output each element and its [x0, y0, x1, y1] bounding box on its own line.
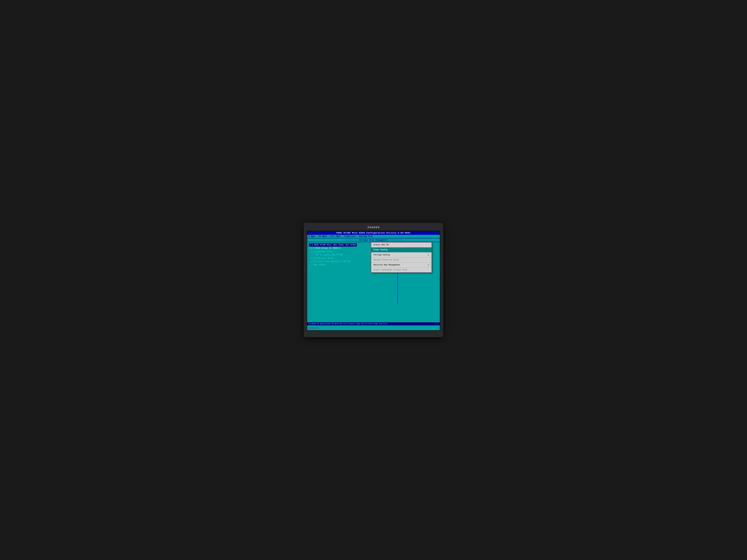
tree-vd-id: └─ ID: 0, story, 557.75 GB — [309, 253, 372, 257]
tree-panel: [-] PERC H710P Mini (Bus 0x03, Dev 0x00)… — [307, 242, 374, 330]
tree-hot-spares-label[interactable]: └─ Hot spares — [310, 264, 326, 266]
tree-physical-disks-label[interactable]: ├-[+] Physical Disks — [310, 257, 334, 260]
menu-item-ctrl-mgmt[interactable]: Ctrl Mgmt — [330, 235, 341, 238]
menu-item-pd-mgmt[interactable]: PD Mgmt — [319, 235, 327, 238]
monitor-brand: lenovo — [307, 226, 440, 229]
tree-disk-group: └-[-] Disk Group: 0, RAID 0 — [309, 247, 372, 250]
menu-bar: D Mgmt PD Mgmt Ctrl Mgmt Properties Fore… — [307, 235, 440, 238]
status-bar: F1-Help F2-Operations F5-Refresh Ctrl-N-… — [307, 322, 440, 325]
context-menu: Create New VD Clear Config Foreign Confi… — [371, 242, 432, 273]
menu-item-d-mgmt[interactable]: D Mgmt — [309, 235, 315, 238]
screen-inner: PERC H710P Mini BIOS Configuration Utili… — [307, 231, 440, 330]
security-key-arrow-icon: ▶ — [428, 264, 429, 266]
screen: PERC H710P Mini BIOS Configuration Utili… — [307, 231, 440, 331]
tree-virtual-disks: ├-[-] Virtual Disks — [309, 250, 372, 253]
menu-foreign-config-label: Foreign Config — [374, 254, 390, 256]
menu-security-key-management[interactable]: Security Key Management ▶ — [371, 263, 432, 268]
foreign-config-arrow-icon: ▶ — [428, 254, 429, 256]
menu-manage-preserved-cache[interactable]: Manage Preserved Cache — [371, 258, 432, 263]
tree-total-free-label[interactable]: ├-[+] Total Free Capacity: 0.00 GB — [310, 260, 350, 263]
menu-security-key-management-label: Security Key Management — [374, 264, 401, 266]
menu-manage-preserved-cache-label: Manage Preserved Cache — [374, 259, 399, 261]
tree-virtual-disks-label[interactable]: ├-[-] Virtual Disks — [310, 250, 333, 253]
tree-root-label[interactable]: [-] PERC H710P Mini (Bus 0x03, Dev 0x00) — [309, 243, 357, 247]
menu-create-new-vd-label: Create New VD — [374, 244, 389, 246]
menu-create-cachecade-label: Create CacheCade Virtual Disk — [374, 269, 407, 271]
monitor-outer: lenovo PERC H710P Mini BIOS Configuratio… — [304, 223, 443, 337]
menu-item-properties[interactable]: Properties — [344, 235, 356, 238]
tree-hot-spares: └─ Hot spares — [309, 263, 372, 266]
tree-physical-disks: ├-[+] Physical Disks — [309, 257, 372, 260]
menu-item-foreign-view[interactable]: Foreign View — [359, 235, 373, 238]
title-bar: PERC H710P Mini BIOS Configuration Utili… — [307, 231, 440, 235]
connector-line — [397, 271, 398, 304]
menu-clear-config-label: Clear Config — [374, 249, 387, 251]
thinkpad-label: ThinkVision — [309, 327, 318, 329]
menu-clear-config[interactable]: Clear Config — [371, 247, 432, 252]
menu-foreign-config[interactable]: Foreign Config ▶ — [371, 252, 432, 258]
tree-vd-id-label[interactable]: └─ ID: 0, story, 557.75 GB — [312, 254, 342, 256]
tree-total-free: ├-[+] Total Free Capacity: 0.00 GB — [309, 260, 372, 263]
menu-create-cachecade[interactable]: Create CacheCade Virtual Disk — [371, 268, 432, 272]
menu-create-new-vd[interactable]: Create New VD — [371, 242, 432, 247]
tree-root: [-] PERC H710P Mini (Bus 0x03, Dev 0x00) — [309, 243, 372, 247]
section-title: Virtual Disk Management — [307, 238, 440, 242]
main-content: [-] PERC H710P Mini (Bus 0x03, Dev 0x00)… — [307, 242, 440, 330]
tree-disk-group-label[interactable]: └-[-] Disk Group: 0, RAID 0 — [309, 247, 340, 249]
